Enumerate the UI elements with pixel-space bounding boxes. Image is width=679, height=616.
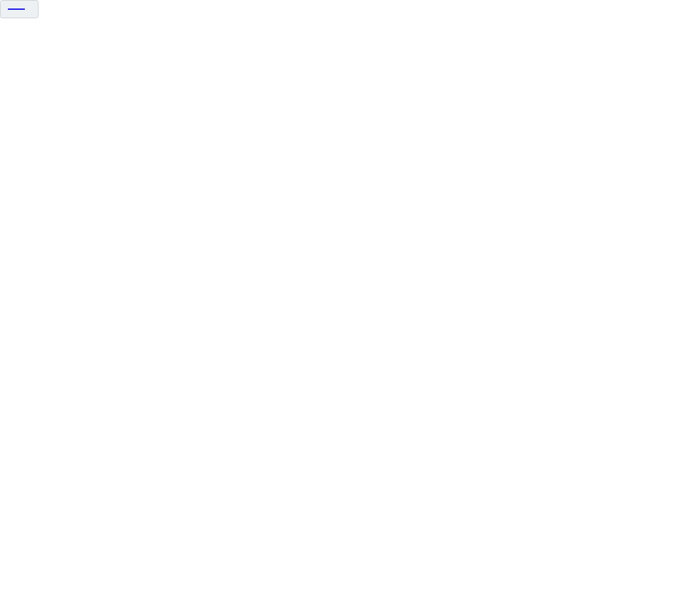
figure xyxy=(0,0,679,616)
legend xyxy=(0,0,39,18)
legend-line-sample xyxy=(8,9,25,10)
